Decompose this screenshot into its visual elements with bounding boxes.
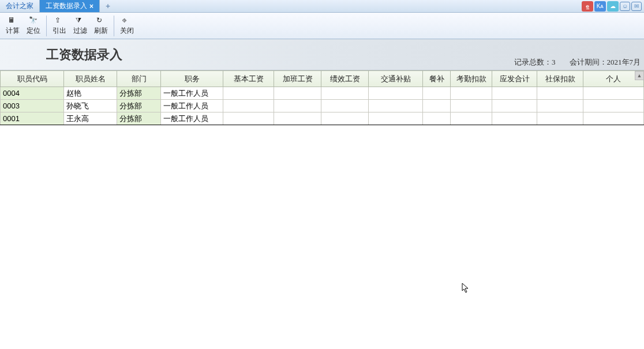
cell[interactable] xyxy=(583,112,644,125)
cell[interactable]: 分拣部 xyxy=(117,112,161,125)
locate-label: 定位 xyxy=(27,26,40,36)
export-label: 引出 xyxy=(53,26,66,36)
cell[interactable] xyxy=(492,100,537,112)
col-trans[interactable]: 交通补贴 xyxy=(369,71,423,87)
table-row[interactable]: 0001王永高分拣部一般工作人员 xyxy=(1,112,644,125)
cell[interactable] xyxy=(583,87,644,100)
cell[interactable] xyxy=(274,100,321,112)
close-label: 关闭 xyxy=(120,26,134,36)
cell[interactable] xyxy=(423,112,451,125)
filter-label: 过滤 xyxy=(73,26,87,36)
calc-icon: 🖩 xyxy=(8,16,17,25)
door-icon: ⎆ xyxy=(122,16,132,25)
banner-meta: 记录总数：3 会计期间：2021年7月 xyxy=(514,57,641,67)
cell[interactable] xyxy=(451,87,492,100)
col-job[interactable]: 职务 xyxy=(161,71,223,87)
col-base[interactable]: 基本工资 xyxy=(223,71,274,87)
cell[interactable]: 孙晓飞 xyxy=(64,100,117,112)
scroll-up-button[interactable]: ▲ xyxy=(635,71,644,80)
tab-home-label: 会计之家 xyxy=(6,1,33,11)
cell[interactable] xyxy=(369,87,423,100)
cell[interactable]: 一般工作人员 xyxy=(161,112,223,125)
cell[interactable] xyxy=(537,87,583,100)
page-title: 工资数据录入 xyxy=(46,46,122,63)
cell[interactable] xyxy=(369,112,423,125)
cell[interactable] xyxy=(423,100,451,112)
col-ot[interactable]: 加班工资 xyxy=(274,71,321,87)
cell[interactable] xyxy=(321,87,369,100)
calc-button[interactable]: 🖩 计算 xyxy=(2,14,23,38)
cell[interactable] xyxy=(223,100,274,112)
toolbar-separator xyxy=(114,16,114,36)
refresh-label: 刷新 xyxy=(94,26,108,36)
cell[interactable]: 0003 xyxy=(1,100,64,112)
cell[interactable] xyxy=(321,112,369,125)
cell[interactable] xyxy=(451,100,492,112)
cell[interactable] xyxy=(321,100,369,112)
filter-button[interactable]: ⧩ 过滤 xyxy=(70,14,91,38)
accounting-period: 会计期间：2021年7月 xyxy=(570,57,641,67)
tab-home[interactable]: 会计之家 xyxy=(0,0,40,12)
salary-table[interactable]: 职员代码 职员姓名 部门 职务 基本工资 加班工资 绩效工资 交通补贴 餐补 考… xyxy=(0,70,644,125)
tray-icon-chat[interactable]: ✉ xyxy=(631,2,642,11)
col-name[interactable]: 职员姓名 xyxy=(64,71,117,87)
col-perf[interactable]: 绩效工资 xyxy=(321,71,369,87)
cell[interactable]: 0001 xyxy=(1,112,64,125)
col-meal[interactable]: 餐补 xyxy=(423,71,451,87)
cell[interactable]: 王永高 xyxy=(64,112,117,125)
cell[interactable]: 分拣部 xyxy=(117,100,161,112)
export-icon: ⇪ xyxy=(55,16,64,25)
locate-button[interactable]: 🔭 定位 xyxy=(23,14,44,38)
cell[interactable] xyxy=(223,112,274,125)
cell[interactable] xyxy=(369,100,423,112)
cell[interactable] xyxy=(537,100,583,112)
record-count: 记录总数：3 xyxy=(514,57,556,67)
export-button[interactable]: ⇪ 引出 xyxy=(49,14,70,38)
data-grid: 职员代码 职员姓名 部门 职务 基本工资 加班工资 绩效工资 交通补贴 餐补 考… xyxy=(0,70,644,125)
cell[interactable] xyxy=(223,87,274,100)
cell[interactable] xyxy=(451,112,492,125)
binoculars-icon: 🔭 xyxy=(29,16,38,25)
cell[interactable] xyxy=(274,112,321,125)
refresh-button[interactable]: ↻ 刷新 xyxy=(91,14,111,38)
tray-icon-smile[interactable]: ☺ xyxy=(620,2,630,11)
col-attend[interactable]: 考勤扣款 xyxy=(451,71,492,87)
table-row[interactable]: 0004赵艳分拣部一般工作人员 xyxy=(1,87,644,100)
close-icon[interactable]: × xyxy=(89,2,93,10)
tray-icon-ka[interactable]: Kᴀ xyxy=(594,1,606,12)
refresh-icon: ↻ xyxy=(96,16,106,25)
cell[interactable]: 一般工作人员 xyxy=(161,100,223,112)
tab-bar: 会计之家 工资数据录入 × ＋ e̲ Kᴀ ☁ ☺ ✉ xyxy=(0,0,644,13)
tray-icon-e[interactable]: e̲ xyxy=(582,1,593,12)
tray-icon-cloud[interactable]: ☁ xyxy=(607,1,619,12)
cell[interactable]: 0004 xyxy=(1,87,64,100)
col-code[interactable]: 职员代码 xyxy=(1,71,64,87)
col-gross[interactable]: 应发合计 xyxy=(492,71,537,87)
cell[interactable] xyxy=(423,87,451,100)
calc-label: 计算 xyxy=(6,26,20,36)
cell[interactable] xyxy=(274,87,321,100)
tab-salary-entry-label: 工资数据录入 xyxy=(46,1,87,11)
close-button[interactable]: ⎆ 关闭 xyxy=(117,14,137,38)
banner: 工资数据录入 记录总数：3 会计期间：2021年7月 xyxy=(0,39,644,70)
toolbar-separator xyxy=(46,16,47,36)
cell[interactable]: 分拣部 xyxy=(117,87,161,100)
cell[interactable] xyxy=(583,100,644,112)
cell[interactable]: 一般工作人员 xyxy=(161,87,223,100)
cell[interactable] xyxy=(537,112,583,125)
cell[interactable] xyxy=(492,112,537,125)
toolbar: 🖩 计算 🔭 定位 ⇪ 引出 ⧩ 过滤 ↻ 刷新 ⎆ 关闭 xyxy=(0,13,644,39)
system-tray: e̲ Kᴀ ☁ ☺ ✉ xyxy=(582,0,642,12)
table-end-rule xyxy=(0,125,644,125)
tab-add-button[interactable]: ＋ xyxy=(100,0,116,12)
tab-salary-entry[interactable]: 工资数据录入 × xyxy=(40,0,100,12)
cell[interactable]: 赵艳 xyxy=(64,87,117,100)
cell[interactable] xyxy=(492,87,537,100)
col-dept[interactable]: 部门 xyxy=(117,71,161,87)
table-header-row: 职员代码 职员姓名 部门 职务 基本工资 加班工资 绩效工资 交通补贴 餐补 考… xyxy=(1,71,644,87)
col-ss[interactable]: 社保扣款 xyxy=(537,71,583,87)
funnel-icon: ⧩ xyxy=(76,16,85,25)
table-row[interactable]: 0003孙晓飞分拣部一般工作人员 xyxy=(1,100,644,112)
